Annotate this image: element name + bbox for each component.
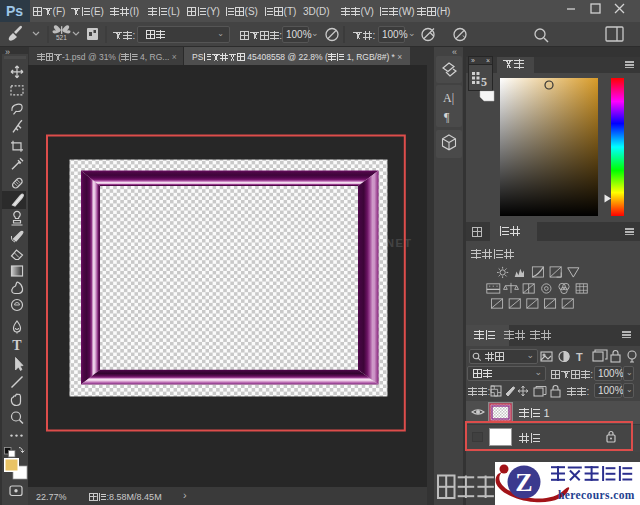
svg-text:Z: Z (515, 468, 532, 497)
svg-text:T: T (12, 338, 22, 353)
svg-text:¶: ¶ (444, 110, 450, 124)
svg-text:herecours.com: herecours.com (558, 489, 635, 501)
svg-text:5: 5 (481, 75, 487, 89)
svg-text:521: 521 (56, 34, 67, 41)
svg-text:T: T (576, 351, 583, 363)
svg-text:WWW.HERECOURS.NET: WWW.HERECOURS.NET (258, 237, 412, 249)
svg-text:A|: A| (443, 91, 454, 105)
